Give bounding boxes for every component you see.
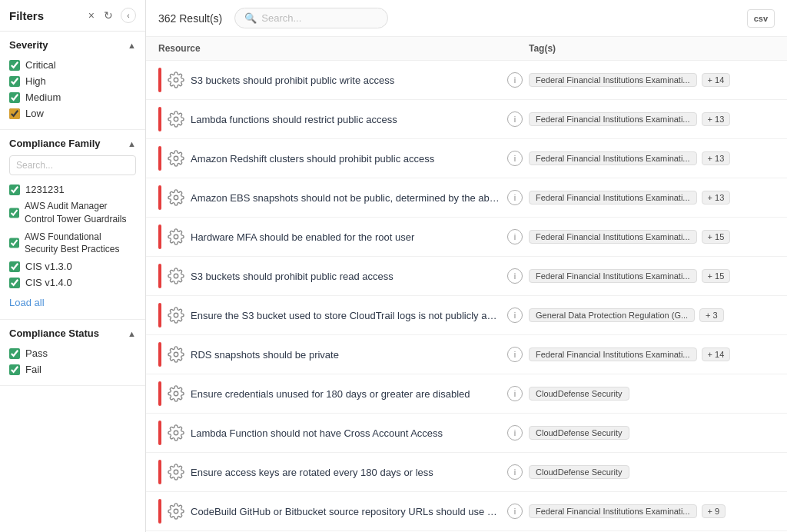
- tag-pill[interactable]: Federal Financial Institutions Examinati…: [529, 112, 697, 126]
- svg-point-4: [174, 234, 178, 239]
- table-row[interactable]: RDS snapshots should be private i Federa…: [146, 335, 787, 374]
- svg-point-8: [174, 391, 178, 396]
- tag-more[interactable]: + 14: [702, 73, 731, 87]
- severity-bar: [158, 342, 161, 367]
- compliance-status-title: Compliance Status: [9, 328, 99, 339]
- info-icon[interactable]: i: [507, 229, 523, 244]
- tag-pill[interactable]: Federal Financial Institutions Examinati…: [529, 269, 697, 283]
- severity-low-item[interactable]: Low: [9, 105, 136, 121]
- resource-gear-icon: [168, 307, 184, 324]
- compliance-family-chevron-icon: ▲: [128, 139, 136, 148]
- compliance-family-header[interactable]: Compliance Family ▲: [9, 138, 136, 149]
- table-row[interactable]: Ensure the S3 bucket used to store Cloud…: [146, 296, 787, 335]
- tags-area: Federal Financial Institutions Examinati…: [529, 191, 775, 204]
- load-all-button[interactable]: Load all: [9, 294, 45, 311]
- cf-cis-v140-checkbox[interactable]: [9, 278, 20, 288]
- severity-bar: [158, 146, 161, 171]
- info-icon[interactable]: i: [507, 464, 523, 480]
- tags-area: Federal Financial Institutions Examinati…: [529, 112, 775, 126]
- severity-medium-item[interactable]: Medium: [9, 89, 136, 105]
- tag-pill[interactable]: Federal Financial Institutions Examinati…: [529, 151, 697, 165]
- collapse-sidebar-button[interactable]: ‹: [121, 8, 136, 23]
- resource-name: Amazon EBS snapshots should not be publi…: [191, 192, 501, 204]
- clear-filters-button[interactable]: ×: [87, 8, 96, 23]
- info-icon[interactable]: i: [507, 308, 523, 323]
- table-row[interactable]: S3 buckets should prohibit public write …: [146, 61, 787, 100]
- cf-cis-v130-checkbox[interactable]: [9, 261, 20, 272]
- search-input[interactable]: [261, 12, 378, 24]
- info-icon[interactable]: i: [507, 111, 523, 127]
- severity-bar: [158, 460, 161, 484]
- cf-aws-audit-checkbox[interactable]: [9, 208, 19, 218]
- refresh-filters-button[interactable]: ↻: [102, 8, 115, 23]
- info-icon[interactable]: i: [507, 72, 523, 88]
- cf-aws-foundational-checkbox[interactable]: [9, 238, 19, 248]
- results-count: 362 Result(s): [158, 12, 222, 25]
- status-fail-checkbox[interactable]: [9, 364, 20, 375]
- tag-pill[interactable]: Federal Financial Institutions Examinati…: [529, 347, 697, 361]
- tag-more[interactable]: + 3: [699, 308, 724, 322]
- info-icon[interactable]: i: [507, 425, 523, 441]
- tags-area: Federal Financial Institutions Examinati…: [529, 269, 775, 283]
- info-icon[interactable]: i: [507, 190, 523, 205]
- status-fail-item[interactable]: Fail: [9, 361, 136, 377]
- cf-aws-audit-item[interactable]: AWS Audit Manager Control Tower Guardrai…: [9, 198, 136, 228]
- cf-1231231-item[interactable]: 1231231: [9, 181, 136, 198]
- table-row[interactable]: Amazon Redshift clusters should prohibit…: [146, 139, 787, 178]
- cf-cis-v140-item[interactable]: CIS v1.4.0: [9, 274, 136, 291]
- table-row[interactable]: Ensure credentials unused for 180 days o…: [146, 374, 787, 414]
- resource-name: Lambda functions should restrict public …: [191, 114, 501, 125]
- resource-gear-icon: [168, 189, 184, 206]
- info-icon[interactable]: i: [507, 347, 523, 362]
- severity-critical-checkbox[interactable]: [9, 60, 20, 71]
- resource-name: Amazon Redshift clusters should prohibit…: [191, 153, 501, 165]
- table-row[interactable]: Ensure access keys are rotated every 180…: [146, 453, 787, 492]
- resource-name: Hardware MFA should be enabled for the r…: [191, 231, 501, 243]
- tag-pill[interactable]: Federal Financial Institutions Examinati…: [529, 191, 697, 204]
- severity-high-item[interactable]: High: [9, 73, 136, 89]
- table-row[interactable]: Amazon EBS snapshots should not be publi…: [146, 178, 787, 218]
- info-icon[interactable]: i: [507, 268, 523, 284]
- tag-pill[interactable]: Federal Financial Institutions Examinati…: [529, 504, 697, 518]
- compliance-family-search[interactable]: [9, 155, 136, 175]
- severity-medium-checkbox[interactable]: [9, 92, 20, 103]
- severity-high-checkbox[interactable]: [9, 76, 20, 87]
- cf-1231231-checkbox[interactable]: [9, 185, 20, 195]
- tag-pill[interactable]: Federal Financial Institutions Examinati…: [529, 230, 697, 244]
- tag-more[interactable]: + 14: [702, 347, 731, 361]
- svg-point-10: [174, 470, 178, 474]
- tag-more[interactable]: + 9: [702, 504, 726, 518]
- csv-export-button[interactable]: csv: [747, 9, 775, 28]
- tag-pill[interactable]: General Data Protection Regulation (G...: [529, 308, 695, 322]
- compliance-status-header[interactable]: Compliance Status ▲: [9, 328, 136, 339]
- resource-name: CodeBuild GitHub or Bitbucket source rep…: [191, 506, 501, 517]
- tags-area: Federal Financial Institutions Examinati…: [529, 347, 775, 361]
- tag-pill[interactable]: Federal Financial Institutions Examinati…: [529, 73, 697, 87]
- info-icon[interactable]: i: [507, 386, 523, 401]
- severity-critical-item[interactable]: Critical: [9, 57, 136, 73]
- table-row[interactable]: Lambda functions should restrict public …: [146, 100, 787, 139]
- svg-point-1: [174, 117, 178, 121]
- table-row[interactable]: S3 buckets should prohibit public read a…: [146, 257, 787, 296]
- severity-low-checkbox[interactable]: [9, 108, 20, 119]
- tag-more[interactable]: + 13: [702, 151, 731, 165]
- table-row[interactable]: Lambda Function should not have Cross Ac…: [146, 414, 787, 453]
- table-row[interactable]: Hardware MFA should be enabled for the r…: [146, 218, 787, 257]
- info-icon[interactable]: i: [507, 504, 523, 519]
- tag-more[interactable]: + 13: [702, 191, 731, 204]
- severity-section-header[interactable]: Severity ▲: [9, 39, 136, 51]
- severity-bar: [158, 421, 161, 445]
- resource-gear-icon: [168, 228, 184, 245]
- cf-aws-foundational-item[interactable]: AWS Foundational Security Best Practices: [9, 228, 136, 259]
- status-pass-item[interactable]: Pass: [9, 345, 136, 361]
- tag-pill[interactable]: CloudDefense Security: [529, 465, 629, 479]
- cf-cis-v130-item[interactable]: CIS v1.3.0: [9, 258, 136, 274]
- info-icon[interactable]: i: [507, 151, 523, 166]
- tag-more[interactable]: + 15: [702, 269, 731, 283]
- table-row[interactable]: CodeBuild GitHub or Bitbucket source rep…: [146, 492, 787, 531]
- tag-more[interactable]: + 15: [702, 230, 731, 244]
- status-pass-checkbox[interactable]: [9, 348, 20, 359]
- tag-pill[interactable]: CloudDefense Security: [529, 426, 629, 440]
- tag-pill[interactable]: CloudDefense Security: [529, 387, 629, 401]
- tag-more[interactable]: + 13: [702, 112, 731, 126]
